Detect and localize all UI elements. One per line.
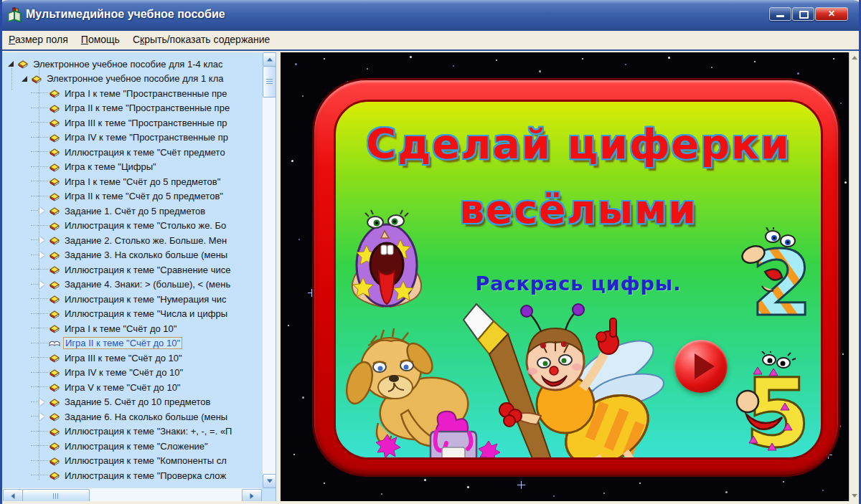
tree-item-label: Электронное учебное пособие для 1 кла (45, 73, 225, 84)
tree-item[interactable]: Игра I к теме "Счёт до 10" (2, 321, 261, 336)
tree-item[interactable]: Игра к теме "Цифры" (2, 160, 261, 175)
tree-item[interactable]: Задание 2. Столько же. Больше. Мен (2, 233, 261, 248)
expander-closed-icon[interactable] (38, 250, 48, 260)
tree-item[interactable]: Иллюстрация к теме "Числа и цифры (2, 307, 261, 322)
expander-closed-icon[interactable] (38, 235, 48, 245)
maximize-icon (799, 11, 809, 19)
tree-connector-line (31, 122, 38, 123)
tree-connector-line (31, 475, 38, 476)
book-icon (49, 118, 60, 128)
play-icon (695, 353, 715, 379)
expander-open-icon[interactable] (6, 59, 17, 69)
scroll-right-button[interactable] (242, 489, 262, 501)
maximize-button[interactable] (792, 7, 814, 21)
scroll-left-button[interactable] (3, 489, 23, 501)
tree-connector-line (31, 431, 38, 432)
minimize-button[interactable] (769, 7, 791, 21)
tree-item-label: Игра IV к теме "Счёт до 10" (63, 367, 184, 378)
tree-item[interactable]: Игра V к теме "Счёт до 10" (2, 380, 261, 395)
tree-item[interactable]: Игра III к теме "Пространственные пр (2, 115, 261, 130)
tree-item[interactable]: Игра III к теме "Счёт до 10" (2, 351, 261, 366)
expander-closed-icon[interactable] (38, 280, 48, 290)
tree-item[interactable]: Игра I к теме "Пространственные пре (2, 86, 261, 101)
scroll-up-button[interactable] (263, 52, 276, 67)
stage-vertical-scrollbar[interactable] (849, 52, 859, 501)
play-button[interactable] (674, 340, 728, 393)
tree-item-label: Игра к теме "Цифры" (63, 161, 158, 172)
star (822, 490, 824, 491)
star (754, 61, 756, 62)
tree-item[interactable]: Игра IV к теме "Пространственные пр (2, 130, 261, 146)
tree-item[interactable]: Иллюстрация к теме "Счёт предмето (2, 145, 261, 160)
tree-item[interactable]: Игра II к теме "Пространственные пре (2, 101, 261, 116)
tree-connector-line (38, 343, 48, 344)
open-book-icon (49, 338, 60, 348)
menu-item-1[interactable]: Помощь (75, 31, 126, 45)
tree-item[interactable]: Игра I к теме "Счёт до 5 предметов" (2, 174, 261, 189)
star (725, 491, 728, 493)
star (639, 482, 641, 484)
menu-item-2[interactable]: Скрыть/показать содержание (126, 31, 276, 45)
tree-connector-line (31, 357, 38, 358)
star (324, 482, 325, 484)
star (424, 479, 426, 481)
horizontal-scroll-thumb[interactable] (22, 489, 90, 501)
tree-connector-line (38, 386, 48, 388)
book-icon (49, 382, 60, 392)
book-icon (49, 323, 60, 333)
tree-item[interactable]: Игра II к теме "Счёт до 5 предметов" (2, 189, 261, 204)
book-icon (49, 235, 60, 245)
tree-item[interactable]: Иллюстрация к теме "Компоненты сл (2, 454, 261, 469)
book-icon (49, 353, 60, 363)
tree-item-label: Задание 5. Счёт до 10 предметов (63, 396, 212, 407)
title-bar[interactable]: Мультимедийное учебное пособие ✕ (0, 0, 861, 31)
book-icon (49, 470, 60, 480)
tree-item[interactable]: Задание 6. На сколько больше (мены (2, 409, 261, 424)
vertical-scroll-thumb[interactable] (263, 66, 276, 98)
tree-item[interactable]: Задание 4. Знаки: > (больше), < (мень (2, 277, 261, 293)
tree-item[interactable]: Иллюстрация к теме "Нумерация чис (2, 292, 261, 307)
expander-open-icon[interactable] (20, 74, 30, 84)
star (467, 486, 469, 488)
lesson-card: Сделай циферки весёлыми Раскрась цифры. (314, 80, 838, 475)
tree-item[interactable]: Иллюстрация к теме "Сравнение чисе (2, 262, 261, 277)
scroll-down-button[interactable] (263, 474, 276, 488)
menu-item-0[interactable]: Размер поля (2, 31, 75, 45)
tree-item-label: Игра I к теме "Пространственные пре (63, 88, 229, 99)
close-button[interactable]: ✕ (815, 7, 848, 21)
star (625, 64, 626, 65)
tree-item[interactable]: Иллюстрация к теме "Столько же. Бо (2, 219, 261, 234)
tree-vertical-scrollbar[interactable] (262, 52, 276, 488)
book-icon (49, 427, 60, 437)
tree-item[interactable]: Электронное учебное пособие для 1-4 клас (2, 57, 261, 72)
tree-item-label: Иллюстрация к теме "Сравнение чисе (63, 265, 232, 275)
tree-item[interactable]: Электронное учебное пособие для 1 кла (2, 72, 261, 87)
book-icon (49, 206, 60, 216)
tree-item-label: Электронное учебное пособие для 1-4 клас (32, 59, 225, 70)
tree-horizontal-scrollbar[interactable] (2, 488, 261, 501)
tree-item[interactable]: Игра IV к теме "Счёт до 10" (2, 366, 261, 381)
tree-connector-line (38, 298, 48, 300)
tree-connector-line (31, 255, 38, 256)
expander-closed-icon[interactable] (38, 206, 48, 216)
tree-item[interactable]: Задание 5. Счёт до 10 предметов (2, 395, 261, 410)
book-icon (17, 59, 29, 69)
star (711, 67, 712, 68)
tree-item[interactable]: Задание 1. Счёт до 5 предметов (2, 204, 261, 219)
tree-connector-line (31, 386, 38, 388)
expander-closed-icon[interactable] (38, 412, 48, 422)
tree-item-label: Игра II к теме "Пространственные пре (63, 103, 231, 113)
star (797, 72, 799, 75)
tree-item-selected[interactable]: Игра II к теме "Счёт до 10" (2, 336, 261, 351)
tree-connector-line (38, 445, 48, 447)
expander-closed-icon[interactable] (38, 397, 48, 407)
tree-item[interactable]: Задание 3. На сколько больше (мены (2, 248, 261, 263)
tree-item[interactable]: Иллюстрация к теме "Знаки: +, -, =. «П (2, 424, 261, 439)
star (324, 58, 325, 60)
tree-connector-line (31, 445, 38, 447)
star (291, 160, 293, 162)
star (295, 63, 297, 65)
thumb-grip (53, 493, 54, 499)
tree-item[interactable]: Иллюстрация к теме "Проверка слож (2, 468, 261, 480)
tree-item[interactable]: Иллюстрация к теме "Сложение" (2, 439, 261, 454)
